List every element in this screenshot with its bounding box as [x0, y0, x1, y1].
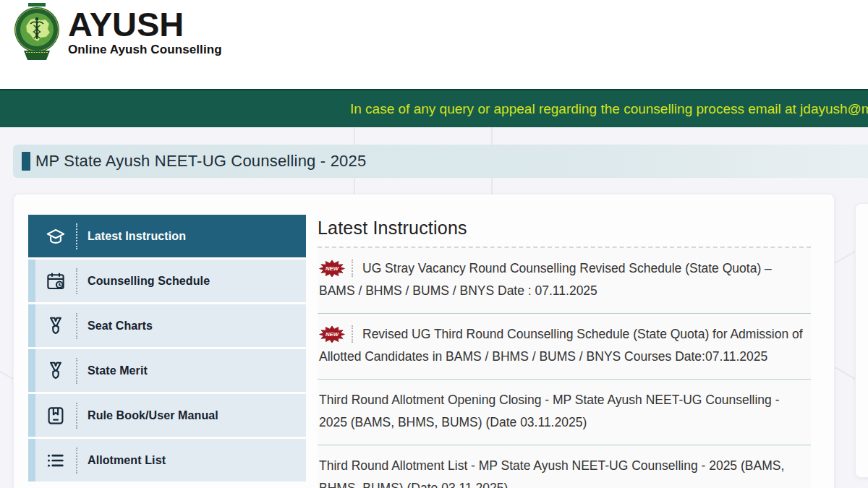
rule-book-icon [35, 405, 76, 427]
sidebar-item-label: Latest Instruction [88, 230, 186, 243]
site-header: AYUSH Online Ayush Counselling [0, 0, 868, 89]
sidebar-item-label: Rule Book/User Manual [88, 409, 218, 422]
right-edge-panel [855, 203, 868, 478]
page-title: MP State Ayush NEET-UG Counselling - 202… [35, 152, 366, 171]
sidebar-item-latest-instruction[interactable]: Latest Instruction [35, 215, 306, 257]
news-item: Third Round Allotment Opening Closing - … [318, 380, 811, 445]
news-item-link[interactable]: Revised UG Third Round Counselling Sched… [319, 327, 803, 364]
news-item: NEWRevised UG Third Round Counselling Sc… [318, 314, 811, 380]
medal-icon [35, 315, 76, 337]
brand-tagline: Online Ayush Counselling [68, 43, 222, 57]
sidebar-item-label: Allotment List [88, 454, 166, 467]
medal-icon [35, 360, 76, 382]
badge-text-divider [352, 260, 353, 277]
badge-text-divider [352, 325, 353, 343]
sidebar: Latest InstructionCounselling ScheduleSe… [28, 215, 306, 484]
sidebar-item-label: State Merit [88, 364, 148, 377]
new-badge-icon: NEW [319, 260, 345, 278]
news-list: NEWUG Stray Vacancy Round Counselling Re… [318, 248, 811, 488]
list-icon [35, 450, 76, 471]
news-item: Third Round Allotment List - MP State Ay… [318, 445, 811, 488]
icon-label-divider [76, 448, 77, 474]
icon-label-divider [76, 313, 77, 339]
announcement-marquee-text: In case of any query or appeal regarding… [350, 101, 868, 117]
main-panel: Latest InstructionCounselling ScheduleSe… [13, 194, 835, 488]
sidebar-item-label: Counselling Schedule [88, 275, 210, 288]
icon-label-divider [76, 223, 77, 249]
sidebar-item-counselling-schedule[interactable]: Counselling Schedule [35, 260, 306, 302]
icon-label-divider [76, 358, 77, 384]
brand-lockup[interactable]: AYUSH Online Ayush Counselling [13, 3, 222, 62]
page-title-bar: MP State Ayush NEET-UG Counselling - 202… [13, 145, 868, 178]
graduation-cap-icon [35, 226, 76, 247]
svg-text:NEW: NEW [326, 331, 339, 338]
ayush-counselling-portal: AYUSH Online Ayush Counselling In case o… [0, 0, 868, 488]
sidebar-item-label: Seat Charts [88, 320, 153, 333]
news-item: NEWUG Stray Vacancy Round Counselling Re… [318, 248, 811, 314]
sidebar-item-state-merit[interactable]: State Merit [35, 349, 306, 392]
sidebar-item-seat-charts[interactable]: Seat Charts [35, 304, 306, 347]
content-heading: Latest Instructions [318, 218, 811, 239]
announcement-banner: In case of any query or appeal regarding… [0, 89, 868, 127]
title-accent-bar [22, 152, 30, 171]
news-item-link[interactable]: Third Round Allotment List - MP State Ay… [319, 458, 784, 488]
news-item-link[interactable]: UG Stray Vacancy Round Counselling Revis… [319, 261, 772, 298]
sidebar-item-rule-book-user-manual[interactable]: Rule Book/User Manual [35, 394, 306, 437]
brand-name: AYUSH [68, 7, 222, 42]
calendar-icon [35, 270, 76, 292]
latest-instructions-section: Latest Instructions NEWUG Stray Vacancy … [318, 212, 811, 488]
icon-label-divider [76, 268, 77, 294]
news-item-link[interactable]: Third Round Allotment Opening Closing - … [319, 393, 779, 429]
sidebar-item-allotment-list[interactable]: Allotment List [35, 439, 306, 481]
icon-label-divider [76, 403, 77, 429]
new-badge-icon: NEW [319, 325, 345, 343]
svg-text:NEW: NEW [326, 265, 339, 272]
ayush-seal-logo [13, 3, 61, 62]
